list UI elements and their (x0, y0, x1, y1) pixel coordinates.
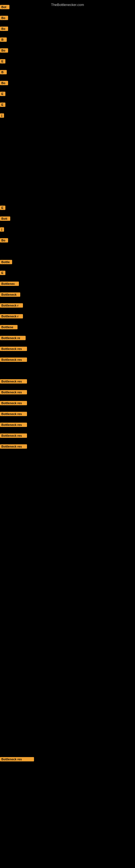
badge-b3: Bo (0, 27, 8, 31)
badge-b26: Bottleneck res (0, 379, 27, 383)
badge-b22: Bottlene (0, 325, 17, 329)
badge-b7: B (0, 70, 7, 74)
badge-b32: Bottleneck res (0, 444, 27, 448)
badge-b9: E (0, 92, 5, 96)
badge-b23: Bottleneck re (0, 336, 26, 340)
badge-b16: Bottle (0, 260, 12, 264)
badge-b24: Bottleneck res (0, 347, 27, 351)
badge-b10: E (0, 102, 5, 107)
badge-b18: Bottlenec (0, 282, 19, 286)
badge-b8: Bo (0, 81, 8, 85)
badge-b30: Bottleneck res (0, 423, 27, 427)
badge-b12: E (0, 206, 5, 210)
badge-b17: E (0, 271, 5, 275)
badge-b21: Bottleneck r (0, 314, 23, 318)
badge-b33: Bottleneck res (0, 757, 34, 762)
badge-b28: Bottleneck res (0, 401, 27, 405)
badge-b11: | (0, 113, 4, 118)
badge-b13: Bott (0, 216, 10, 221)
site-title: TheBottlenecker.com (0, 1, 135, 8)
badge-b25: Bottleneck res (0, 358, 27, 362)
badge-b6: E (0, 59, 5, 63)
badge-b27: Bottleneck res (0, 390, 27, 394)
badge-b20: Bottleneck r (0, 303, 23, 308)
badge-b14: | (0, 227, 4, 231)
badge-b15: Bo (0, 238, 8, 243)
badge-b19: Bottleneck (0, 292, 20, 297)
badge-b4: B (0, 37, 7, 42)
badge-b1: Bot (0, 5, 9, 9)
badge-b31: Bottleneck res (0, 433, 27, 438)
badge-b2: Bo (0, 16, 8, 20)
badge-b5: Bo (0, 48, 8, 53)
badge-b29: Bottleneck res (0, 412, 27, 416)
